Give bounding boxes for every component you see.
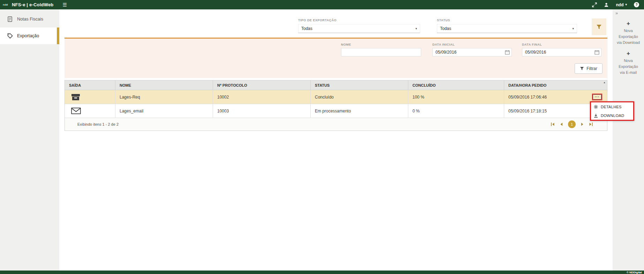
app-title: NFS-e | e-ColdWeb (12, 2, 53, 7)
user-name: ndd (616, 2, 623, 7)
menu-item-label: DETALHES (601, 105, 622, 109)
data-inicial-input[interactable] (432, 48, 512, 56)
sidebar-item-exportacao[interactable]: Exportação (0, 28, 59, 44)
envelope-icon (71, 108, 81, 114)
row-context-menu: DETALHES DOWNLOAD (590, 101, 634, 121)
concluido-cell: 100 % (408, 90, 504, 104)
nome-cell: Lages-Req (115, 90, 213, 104)
nome-cell: Lages_email (115, 104, 213, 118)
select-value: Todas (440, 26, 451, 31)
chevron-down-icon: ▾ (415, 27, 417, 30)
tag-icon (7, 33, 13, 39)
main-content: TIPO DE EXPORTAÇÃO Todas ▾ STATUS Todas … (59, 9, 613, 271)
saida-cell (65, 104, 115, 118)
table-footer: Exibindo itens 1 - 2 de 2 1 (65, 118, 607, 131)
nome-input[interactable] (341, 48, 421, 56)
collapse-panel-icon[interactable]: » (615, 10, 618, 16)
column-header-concluido[interactable]: CONCLUÍDO (408, 80, 504, 90)
status-label: STATUS (437, 18, 577, 22)
export-table: SAÍDA NOME Nº PROTOCOLO STATUS CONCLUÍDO… (65, 80, 607, 131)
document-icon (7, 16, 13, 22)
table-row[interactable]: Lages-Req 10002 Concluído 100 % 05/09/20… (65, 90, 607, 104)
data-final-input[interactable] (522, 48, 601, 56)
hamburger-menu-icon[interactable]: ☰ (62, 2, 67, 7)
column-header-protocolo[interactable]: Nº PROTOCOLO (213, 80, 311, 90)
sidebar-item-label: Exportação (17, 33, 39, 38)
row-actions-button[interactable]: ··· (593, 94, 601, 100)
page-1-button[interactable]: 1 (568, 120, 576, 128)
menu-item-label: DOWNLOAD (601, 113, 624, 118)
help-icon[interactable]: ? (634, 2, 639, 7)
protocolo-cell: 10003 (213, 104, 311, 118)
sidebar-item-notas-fiscais[interactable]: Notas Fiscais (0, 11, 59, 28)
column-header-data-hora[interactable]: DATA/HORA PEDIDO (504, 80, 607, 90)
tipo-exportacao-field: TIPO DE EXPORTAÇÃO Todas ▾ (298, 18, 420, 33)
column-header-status[interactable]: STATUS (311, 80, 408, 90)
plus-icon: + (627, 21, 630, 26)
table-row[interactable]: Lages_email 10003 Em processamento 0 % 0… (65, 104, 607, 118)
statusbar: © NDDigital (0, 271, 644, 274)
filter-toggle-button[interactable] (592, 18, 606, 35)
plus-icon: + (627, 50, 630, 56)
new-export-email-button[interactable]: + Nova Exportação via E-mail (613, 50, 644, 76)
filtrar-label: Filtrar (586, 66, 597, 71)
paging-info: Exibindo itens 1 - 2 de 2 (77, 122, 119, 126)
scroll-up-icon[interactable]: ▲ (603, 81, 606, 84)
first-page-button[interactable] (551, 122, 555, 126)
chevron-down-icon: ▾ (572, 27, 574, 30)
menu-item-download[interactable]: DOWNLOAD (591, 111, 633, 120)
data-inicial-label: DATA INICIAL (432, 43, 512, 46)
protocolo-cell: 10002 (213, 90, 311, 104)
action-label: Nova Exportação via Download (616, 28, 641, 46)
column-header-nome[interactable]: NOME (115, 80, 213, 90)
app-logo: ndd (3, 3, 10, 6)
status-cell: Concluído (311, 90, 408, 104)
new-export-download-button[interactable]: + Nova Exportação via Download (613, 21, 644, 46)
status-field: STATUS Todas ▾ (437, 18, 577, 33)
next-page-button[interactable] (580, 122, 584, 126)
table-header-row: SAÍDA NOME Nº PROTOCOLO STATUS CONCLUÍDO… (65, 80, 607, 90)
saida-cell (65, 90, 115, 104)
sidebar: Notas Fiscais Exportação (0, 9, 59, 271)
nome-label: NOME (341, 43, 421, 46)
tipo-exportacao-select[interactable]: Todas ▾ (298, 24, 420, 33)
gear-icon (593, 105, 598, 109)
right-panel: » + Nova Exportação via Download + Nova … (613, 9, 644, 271)
copyright-text: © NDDigital (627, 271, 642, 274)
topbar: ndd NFS-e | e-ColdWeb ☰ ndd ▾ ? (0, 0, 644, 9)
action-label: Nova Exportação via E-mail (616, 58, 641, 76)
download-icon (593, 113, 598, 118)
previous-page-button[interactable] (559, 122, 563, 126)
user-icon[interactable] (604, 2, 609, 7)
funnel-icon (580, 66, 584, 71)
concluido-cell: 0 % (408, 104, 504, 118)
menu-item-detalhes[interactable]: DETALHES (591, 102, 633, 111)
help-glyph: ? (635, 3, 637, 7)
filtrar-button[interactable]: Filtrar (575, 63, 603, 74)
column-header-saida[interactable]: SAÍDA (65, 80, 115, 90)
funnel-icon (596, 24, 602, 30)
chevron-down-icon: ▾ (625, 3, 627, 6)
topbar-right: ndd ▾ ? (592, 2, 644, 7)
status-cell: Em processamento (311, 104, 408, 118)
fullscreen-icon[interactable] (592, 2, 597, 7)
tipo-exportacao-label: TIPO DE EXPORTAÇÃO (298, 18, 420, 22)
user-menu[interactable]: ndd ▾ (616, 2, 627, 7)
pagination: 1 (551, 120, 593, 128)
archive-icon (71, 94, 80, 101)
last-page-button[interactable] (589, 122, 593, 126)
sidebar-item-label: Notas Fiscais (17, 17, 43, 22)
status-select[interactable]: Todas ▾ (437, 24, 577, 33)
data-inicial-field: DATA INICIAL (432, 43, 512, 56)
nome-field: NOME (341, 43, 421, 56)
select-value: Todas (301, 26, 312, 31)
data-final-field: DATA FINAL (522, 43, 601, 56)
app-root: ndd NFS-e | e-ColdWeb ☰ ndd ▾ ? Notas Fi (0, 0, 644, 274)
filter-panel: NOME DATA INICIAL DATA FINAL (65, 39, 607, 78)
data-final-label: DATA FINAL (522, 43, 601, 46)
annotation-box-row-actions: ··· (592, 94, 602, 100)
